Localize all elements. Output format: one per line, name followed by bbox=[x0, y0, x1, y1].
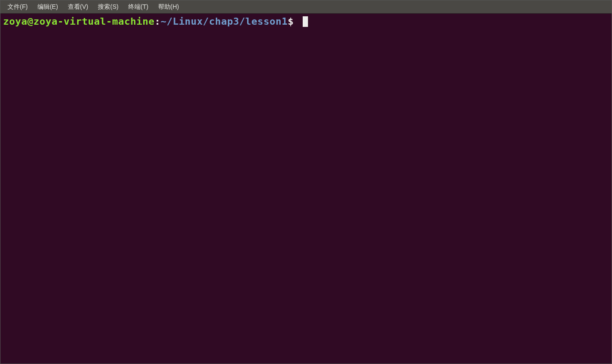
menu-help[interactable]: 帮助(H) bbox=[155, 1, 182, 13]
menu-terminal[interactable]: 终端(T) bbox=[125, 1, 152, 13]
menu-file[interactable]: 文件(F) bbox=[4, 1, 31, 13]
menu-view[interactable]: 查看(V) bbox=[64, 1, 92, 13]
prompt-user-host: zoya@zoya-virtual-machine bbox=[3, 16, 155, 27]
prompt-symbol: $ bbox=[288, 16, 294, 27]
prompt-path: ~/Linux/chap3/lesson1 bbox=[160, 16, 288, 27]
menu-bar: 文件(F) 编辑(E) 查看(V) 搜索(S) 终端(T) 帮助(H) bbox=[0, 0, 612, 14]
terminal-body[interactable]: zoya@zoya-virtual-machine:~/Linux/chap3/… bbox=[0, 14, 612, 364]
menu-edit[interactable]: 编辑(E) bbox=[34, 1, 62, 13]
cursor bbox=[303, 16, 308, 27]
prompt-line: zoya@zoya-virtual-machine:~/Linux/chap3/… bbox=[3, 16, 300, 27]
prompt-separator: : bbox=[155, 16, 161, 27]
menu-search[interactable]: 搜索(S) bbox=[94, 1, 122, 13]
